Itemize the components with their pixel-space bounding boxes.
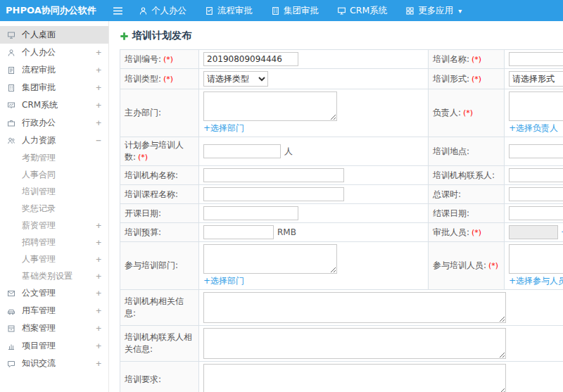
sidebar-item-salary[interactable]: 薪资管理 +	[0, 217, 108, 234]
unit-suffix: 人	[284, 146, 293, 156]
org-info-textarea[interactable]	[203, 292, 506, 323]
select-leader-link[interactable]: +选择负责人	[509, 123, 558, 133]
sidebar-item-label: 知识交流	[22, 358, 96, 369]
form-row-dates: 开课日期: 结课日期:	[120, 204, 563, 223]
nav-item-personal-office[interactable]: 个人办公	[129, 0, 196, 21]
field-label: 培训机构联系人相关信息:	[125, 332, 192, 354]
nav-item-crm[interactable]: CRM系统	[328, 0, 396, 21]
archive-icon	[7, 324, 17, 333]
requirement-textarea[interactable]	[203, 364, 506, 392]
user-icon	[7, 49, 17, 57]
training-mode-select[interactable]: 请选择形式	[509, 71, 563, 87]
content-area: 培训计划发布 培训编号:(*) 培训名称:(*) 培训类型:(*) 请选择类型 …	[109, 21, 563, 392]
sidebar-item-training[interactable]: 培训管理	[0, 183, 108, 200]
join-dept-textarea[interactable]	[203, 244, 337, 274]
sidebar-item-vehicle[interactable]: 用车管理 +	[0, 302, 108, 320]
course-name-input[interactable]	[203, 187, 344, 201]
field-label: 培训编号:	[125, 54, 161, 64]
planned-count-input[interactable]	[203, 144, 281, 158]
expander: +	[96, 323, 101, 334]
field-label: 培训要求:	[125, 374, 161, 384]
required-mark: (*)	[472, 75, 481, 84]
sidebar-item-rewards[interactable]: 奖惩记录	[0, 200, 108, 217]
crm-icon	[337, 6, 346, 15]
sidebar-item-document[interactable]: 公文管理 +	[0, 284, 108, 302]
car-icon	[7, 307, 17, 315]
approver-input[interactable]	[509, 225, 558, 239]
top-nav: 个人办公 流程审批 集团审批 CRM系统 更多应用 ▾	[129, 0, 471, 21]
app-logo: PHPOA协同办公软件	[0, 4, 106, 17]
currency-suffix: RMB	[277, 227, 296, 237]
field-label: 培训类型:	[125, 74, 161, 84]
sidebar-item-hr-contract[interactable]: 人事合同	[0, 166, 108, 183]
menu-toggle-button[interactable]	[106, 0, 129, 21]
sidebar-item-knowledge[interactable]: 知识交流 +	[0, 355, 108, 372]
org-name-input[interactable]	[203, 168, 344, 182]
budget-input[interactable]	[203, 225, 274, 239]
sidebar-item-admin-office[interactable]: 行政办公 +	[0, 114, 108, 132]
nav-label: 更多应用	[418, 5, 453, 17]
training-name-input[interactable]	[509, 52, 563, 66]
end-date-input[interactable]	[509, 206, 563, 220]
flow-approval-icon	[7, 66, 17, 75]
sidebar-item-personal-desktop[interactable]: 个人桌面	[0, 26, 108, 44]
nav-item-more-apps[interactable]: 更多应用 ▾	[396, 0, 471, 21]
location-input[interactable]	[509, 144, 563, 158]
sidebar-item-label: 个人办公	[22, 46, 96, 58]
expander: +	[96, 82, 101, 93]
sidebar-item-label: 集团审批	[22, 82, 96, 94]
sidebar-item-attendance[interactable]: 考勤管理	[0, 149, 108, 166]
training-type-select[interactable]: 请选择类型	[203, 71, 268, 87]
page-title: 培训计划发布	[120, 30, 563, 42]
chevron-down-icon: ▾	[458, 7, 462, 15]
nav-item-process-approval[interactable]: 流程审批	[196, 0, 262, 21]
sidebar-item-label: 公文管理	[22, 287, 96, 299]
start-date-input[interactable]	[203, 206, 298, 220]
form-row-org-contact-info: 培训机构联系人相关信息:	[120, 326, 563, 362]
expander: +	[96, 341, 101, 351]
org-contact-input[interactable]	[509, 168, 563, 182]
required-mark: (*)	[472, 228, 481, 237]
select-join-dept-link[interactable]: +选择部门	[203, 276, 244, 286]
required-mark: (*)	[488, 261, 498, 270]
org-contact-info-textarea[interactable]	[203, 328, 506, 359]
expander: +	[96, 47, 101, 58]
sidebar-item-personal-office[interactable]: 个人办公 +	[0, 44, 108, 61]
sidebar-item-label: 薪资管理	[22, 220, 96, 232]
select-join-people-link[interactable]: +选择参与人员	[509, 276, 563, 286]
chat-bubble-icon	[7, 360, 17, 368]
field-label: 培训预算:	[125, 227, 161, 237]
sidebar-item-recruit[interactable]: 招聘管理 +	[0, 234, 108, 251]
sidebar-item-personnel[interactable]: 人事管理 +	[0, 251, 108, 267]
total-hours-input[interactable]	[509, 187, 563, 201]
training-code-input[interactable]	[203, 52, 298, 66]
sidebar-item-label: 个人桌面	[22, 29, 101, 41]
join-people-textarea[interactable]	[509, 244, 563, 274]
nav-label: 个人办公	[151, 5, 186, 17]
sidebar-item-group-approval[interactable]: 集团审批 +	[0, 79, 108, 96]
group-approval-icon	[7, 84, 17, 92]
field-label: 审批人员:	[433, 227, 469, 237]
leader-textarea[interactable]	[509, 91, 563, 121]
sidebar: 个人桌面 个人办公 + 流程审批 + 集团审批 + CRM系统 + 行政办公 +	[0, 21, 109, 392]
expander: +	[96, 305, 101, 316]
sidebar-item-process-approval[interactable]: 流程审批 +	[0, 61, 108, 79]
field-label: 培训机构名称:	[125, 170, 178, 180]
expander: +	[96, 118, 101, 128]
sidebar-item-base-category[interactable]: 基础类别设置 +	[0, 267, 108, 284]
expander: +	[96, 65, 101, 75]
expander: +	[96, 100, 101, 110]
sidebar-item-label: 基础类别设置	[22, 270, 96, 282]
sidebar-item-archive[interactable]: 档案管理 +	[0, 320, 108, 337]
nav-item-group-approval[interactable]: 集团审批	[262, 0, 328, 21]
sidebar-item-label: 奖惩记录	[22, 203, 101, 215]
hr-people-icon	[7, 137, 17, 145]
sidebar-item-crm[interactable]: CRM系统 +	[0, 96, 108, 114]
sidebar-item-project[interactable]: 项目管理 +	[0, 337, 108, 355]
expander: +	[96, 220, 101, 231]
host-dept-textarea[interactable]	[203, 91, 337, 121]
select-dept-link[interactable]: +选择部门	[203, 123, 244, 133]
sidebar-item-hr[interactable]: 人力资源 −	[0, 132, 108, 149]
field-label: 培训机构联系人:	[433, 170, 495, 180]
field-label: 培训形式:	[433, 74, 469, 84]
